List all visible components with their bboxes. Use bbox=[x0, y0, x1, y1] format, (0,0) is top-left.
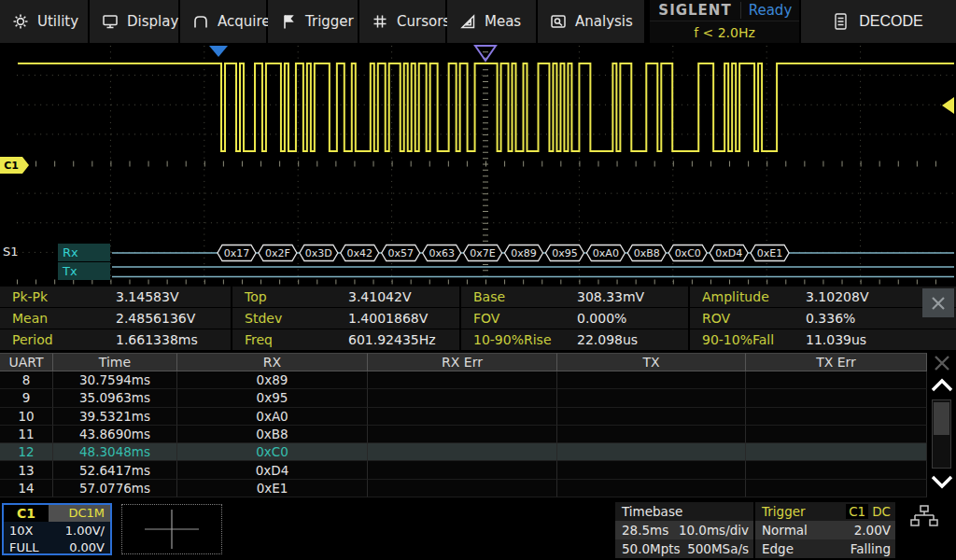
column-header: UART bbox=[0, 353, 53, 371]
chevron-down-icon bbox=[930, 473, 954, 490]
timebase-sample-rate: 500MSa/s bbox=[687, 541, 749, 556]
plus-icon bbox=[122, 505, 221, 553]
table-cell bbox=[368, 408, 557, 426]
measurement-item: Freq601.92435Hz bbox=[232, 329, 461, 350]
timebase-panel[interactable]: Timebase 28.5ms 10.0ms/div 50.0Mpts 500M… bbox=[615, 502, 753, 558]
gear-icon bbox=[12, 13, 29, 30]
display-icon bbox=[102, 13, 119, 30]
table-cell: 0xA0 bbox=[177, 408, 368, 426]
measurement-close-button[interactable] bbox=[922, 288, 954, 317]
trigger-mode: Normal bbox=[762, 523, 808, 538]
cursors-icon bbox=[372, 13, 388, 30]
scroll-down-button[interactable] bbox=[929, 470, 954, 495]
close-icon bbox=[930, 295, 947, 312]
analysis-icon bbox=[550, 13, 567, 30]
decode-tx-badge[interactable]: Tx bbox=[58, 262, 110, 280]
table-cell bbox=[557, 426, 746, 443]
trigger-panel[interactable]: Trigger C1 DC Normal 2.00V Edge Falling bbox=[755, 502, 895, 558]
column-header: TX Err bbox=[746, 353, 927, 371]
table-cell: 39.5321ms bbox=[53, 408, 177, 426]
menu-display-label: Display bbox=[127, 13, 178, 30]
column-header: TX bbox=[557, 353, 746, 371]
trigger-slope: Falling bbox=[851, 541, 891, 556]
measurement-item: Pk-Pk3.14583V bbox=[0, 287, 232, 307]
menu-trigger-label: Trigger bbox=[305, 13, 354, 30]
table-row[interactable]: 830.7594ms0x89 bbox=[0, 371, 927, 389]
decode-bus-label: S1 bbox=[3, 245, 19, 259]
table-cell bbox=[746, 371, 927, 389]
table-cell bbox=[557, 461, 746, 479]
menu-bar: Utility Display Acquire Trigger Cursors bbox=[0, 0, 956, 43]
scroll-up-button[interactable] bbox=[929, 375, 954, 398]
menu-display[interactable]: Display bbox=[90, 0, 180, 43]
table-row[interactable]: 1457.0776ms0xE1 bbox=[0, 480, 927, 497]
add-channel-button[interactable] bbox=[121, 504, 222, 554]
table-cell: 13 bbox=[0, 461, 53, 479]
menu-cursors[interactable]: Cursors bbox=[359, 0, 447, 43]
menu-utility-label: Utility bbox=[37, 13, 78, 30]
channel1-panel[interactable]: C1 DC1M 10X 1.00V/ FULL 0.00V bbox=[2, 503, 112, 555]
measurement-item: Top3.41042V bbox=[232, 287, 461, 307]
measurement-item: FOV0.000% bbox=[461, 308, 690, 329]
channel1-volts-div: 1.00V/ bbox=[65, 524, 105, 538]
trigger-coupling: DC bbox=[872, 504, 891, 519]
column-header: RX Err bbox=[368, 353, 557, 371]
table-close-button[interactable] bbox=[929, 354, 954, 372]
decode-bubble-value: 0x63 bbox=[429, 247, 455, 259]
menu-acquire[interactable]: Acquire bbox=[180, 0, 268, 43]
decode-bubble-value: 0x3D bbox=[305, 247, 332, 259]
table-cell: 35.0963ms bbox=[53, 389, 177, 407]
brand-logo: SIGLENT bbox=[650, 2, 740, 19]
timebase-memory: 50.0Mpts bbox=[622, 541, 681, 556]
decode-bubble-value: 0xC0 bbox=[675, 247, 701, 259]
bottom-bar: C1 DC1M 10X 1.00V/ FULL 0.00V Timebase 2… bbox=[0, 501, 956, 560]
table-cell: 10 bbox=[0, 408, 53, 426]
decode-bubble-value: 0x95 bbox=[552, 247, 578, 259]
scrollbar-track[interactable] bbox=[932, 399, 951, 469]
trigger-type: Edge bbox=[762, 541, 794, 556]
measurement-item: 10-90%Rise22.098us bbox=[461, 329, 690, 350]
menu-utility[interactable]: Utility bbox=[0, 0, 90, 43]
table-cell: 9 bbox=[0, 389, 53, 407]
table-cell bbox=[557, 408, 746, 426]
waveform-display: C10x170x2F0x3D0x420x570x630x7E0x890x950x… bbox=[0, 43, 956, 286]
decode-button[interactable]: DECODE bbox=[801, 0, 956, 43]
network-icon[interactable] bbox=[908, 505, 940, 529]
table-cell: 48.3048ms bbox=[53, 443, 177, 461]
table-cell: 14 bbox=[0, 480, 53, 497]
menu-trigger[interactable]: Trigger bbox=[268, 0, 359, 43]
channel1-offset-label: C1 bbox=[4, 160, 19, 172]
trigger-source: C1 bbox=[846, 504, 868, 519]
table-cell: 30.7594ms bbox=[53, 371, 177, 389]
table-cell bbox=[368, 443, 557, 461]
menu-meas[interactable]: Meas bbox=[447, 0, 538, 43]
table-cell: 11 bbox=[0, 426, 53, 443]
trigger-level: 2.00V bbox=[854, 523, 891, 538]
table-cell bbox=[368, 426, 557, 443]
table-cell: 0xB8 bbox=[177, 426, 368, 443]
table-row[interactable]: 1143.8690ms0xB8 bbox=[0, 426, 927, 443]
decode-bubble-value: 0xB8 bbox=[634, 247, 660, 259]
table-row[interactable]: 1352.6417ms0xD4 bbox=[0, 461, 927, 479]
table-row[interactable]: 1039.5321ms0xA0 bbox=[0, 408, 927, 426]
table-cell bbox=[746, 480, 927, 497]
decode-bubble-value: 0x89 bbox=[511, 247, 537, 259]
measurement-item: 90-10%Fall11.039us bbox=[690, 329, 956, 350]
table-row[interactable]: 1248.3048ms0xC0 bbox=[0, 443, 927, 461]
scrollbar-thumb[interactable] bbox=[934, 402, 949, 435]
measure-icon bbox=[459, 13, 476, 30]
status-box: SIGLENT Ready f < 2.0Hz bbox=[650, 0, 799, 43]
trigger-title: Trigger bbox=[762, 504, 806, 519]
table-cell: 52.6417ms bbox=[53, 461, 177, 479]
table-cell bbox=[557, 480, 746, 497]
menu-analysis[interactable]: Analysis bbox=[538, 0, 646, 43]
decode-bubble-value: 0x57 bbox=[387, 247, 414, 259]
column-header: RX bbox=[177, 353, 368, 371]
table-header-row: UART Time RX RX Err TX TX Err bbox=[0, 353, 927, 371]
decode-rx-badge[interactable]: Rx bbox=[58, 244, 110, 261]
decode-button-label: DECODE bbox=[859, 13, 922, 30]
table-cell: 0x89 bbox=[177, 371, 368, 389]
trigger-position-marker[interactable] bbox=[209, 46, 228, 57]
table-row[interactable]: 935.0963ms0x95 bbox=[0, 389, 927, 407]
trigger-level-marker[interactable] bbox=[942, 97, 954, 114]
